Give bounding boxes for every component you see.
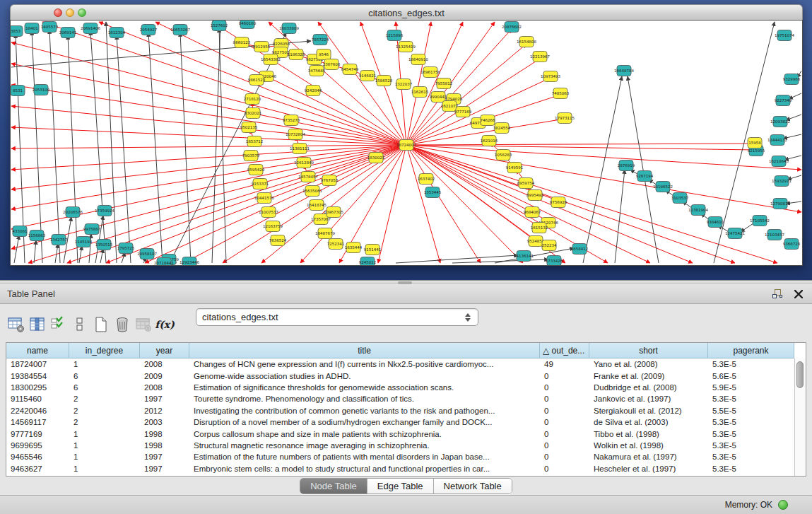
graph-node[interactable]: 10967305 <box>324 207 343 218</box>
graph-node[interactable]: 12475421 <box>725 228 745 239</box>
graph-node[interactable]: 11325419 <box>396 42 416 52</box>
graph-node[interactable]: 9227349 <box>775 95 792 106</box>
graph-node[interactable]: 12163759 <box>263 221 283 232</box>
graph-node[interactable]: 10958107 <box>137 249 157 259</box>
graph-node[interactable]: 11381904 <box>688 205 708 216</box>
graph-node[interactable]: 1350515 <box>95 240 113 250</box>
graph-node[interactable]: 1405573 <box>41 22 59 33</box>
table-row[interactable]: 946362711997Embryonic stem cells: a mode… <box>6 463 806 474</box>
memory-status-indicator-icon[interactable] <box>778 500 788 510</box>
table-row[interactable]: 1830029562008Estimation of significance … <box>6 382 806 393</box>
graph-edge[interactable] <box>79 246 82 263</box>
graph-node[interactable]: 16543382 <box>261 54 281 65</box>
graph-node[interactable]: 8454749 <box>341 64 359 75</box>
graph-node[interactable]: 12444132 <box>767 135 787 146</box>
graph-node[interactable]: 9149591 <box>506 163 524 173</box>
graph-node[interactable]: 19751074 <box>775 30 794 41</box>
graph-node[interactable]: 8995492 <box>526 190 544 201</box>
graph-node[interactable]: 11007537 <box>259 207 278 218</box>
graph-node[interactable]: 2876919 <box>618 160 635 171</box>
graph-edge[interactable] <box>406 145 755 150</box>
column-header-title[interactable]: title <box>189 343 540 358</box>
graph-node[interactable]: 15958 <box>748 138 762 148</box>
graph-node[interactable]: 12103437 <box>765 230 784 240</box>
table-row[interactable]: 1456911722003Disruption of a novel membe… <box>6 416 806 428</box>
table-row[interactable]: 1872400712008Changes of HCN gene express… <box>6 358 806 370</box>
window-titlebar[interactable]: citations_edges.txt <box>10 4 803 21</box>
graph-node[interactable]: 1586528 <box>375 76 393 86</box>
graph-node[interactable]: 2069141 <box>59 28 77 38</box>
show-columns-icon[interactable] <box>27 314 48 335</box>
graph-edge[interactable] <box>11 145 406 209</box>
close-panel-icon[interactable] <box>791 288 806 300</box>
graph-node[interactable]: 10196522 <box>653 182 673 192</box>
graph-node[interactable]: 433081 <box>13 226 28 237</box>
graph-node[interactable]: 9767053 <box>321 175 339 186</box>
graph-node[interactable]: 1342757 <box>50 235 68 245</box>
float-panel-icon[interactable] <box>770 288 785 300</box>
graph-node[interactable]: 1058283 <box>495 150 512 160</box>
graph-node[interactable]: 16648784 <box>614 66 634 76</box>
create-column-icon[interactable] <box>90 314 112 335</box>
graph-node[interactable]: 1830021 <box>367 153 385 163</box>
graph-node[interactable]: 18724007 <box>396 140 416 151</box>
graph-node[interactable]: 14136141 <box>514 251 534 262</box>
graph-node[interactable]: 1812304 <box>108 28 126 38</box>
table-row[interactable]: 911546021997Tourette syndrome. Phenomeno… <box>6 393 806 404</box>
graph-node[interactable]: 16961758 <box>420 67 440 78</box>
vertical-scrollbar[interactable] <box>794 358 806 476</box>
graph-node[interactable]: 746266 <box>481 115 495 126</box>
graph-edge[interactable] <box>406 145 523 263</box>
graph-node[interactable]: 2054927 <box>140 25 158 35</box>
column-header-in_degree[interactable]: in_degree <box>69 343 140 358</box>
graph-node[interactable]: 1145194 <box>75 237 93 247</box>
graph-node[interactable]: 1621016 <box>481 136 498 146</box>
graph-edge[interactable] <box>117 35 131 263</box>
graph-node[interactable]: 20718441 <box>154 258 174 266</box>
graph-edge[interactable] <box>11 145 406 148</box>
graph-node[interactable]: 9153371 <box>252 179 269 189</box>
graph-node[interactable]: 3475685 <box>308 66 326 76</box>
graph-node[interactable]: 9329966 <box>783 74 801 85</box>
graph-node[interactable]: 1156863 <box>28 230 46 241</box>
graph-node[interactable]: 3853 <box>11 26 23 37</box>
graph-edge[interactable] <box>11 145 406 249</box>
graph-edge[interactable] <box>406 144 753 145</box>
graph-node[interactable]: 18401 <box>25 23 39 34</box>
graph-node[interactable]: 9267194 <box>636 171 654 182</box>
graph-node[interactable]: 17973115 <box>555 113 575 124</box>
graph-edge[interactable] <box>11 106 406 145</box>
graph-node[interactable]: 16154808 <box>517 37 536 47</box>
graph-edge[interactable] <box>32 31 42 263</box>
graph-node[interactable]: 9245012 <box>359 257 377 266</box>
graph-node[interactable]: 3824554 <box>493 123 511 134</box>
graph-node[interactable]: 16033809 <box>279 23 299 34</box>
graph-node[interactable]: 9684067 <box>524 207 541 218</box>
graph-node[interactable]: 15635061 <box>302 186 322 197</box>
graph-node[interactable]: 1353445 <box>424 187 442 198</box>
graph-edge[interactable] <box>122 252 125 263</box>
graph-node[interactable]: 15932971 <box>772 176 792 187</box>
graph-node[interactable]: 7636524 <box>269 235 287 246</box>
graph-node[interactable]: 8595420 <box>247 165 265 175</box>
graph-edge[interactable] <box>212 22 220 263</box>
graph-node[interactable]: 7485063 <box>552 88 570 99</box>
graph-node[interactable]: 8531 <box>11 86 25 96</box>
graph-node[interactable]: 10441570 <box>254 193 274 204</box>
graph-edge[interactable] <box>714 22 775 263</box>
table-mode-icon[interactable] <box>6 314 27 335</box>
column-header-year[interactable]: year <box>140 343 189 358</box>
tab-network-table[interactable]: Network Table <box>434 479 512 493</box>
graph-node[interactable]: 9546 <box>317 49 331 60</box>
graph-node[interactable]: 9735278 <box>283 115 300 126</box>
graph-node[interactable]: 16210643 <box>769 156 789 167</box>
graph-node[interactable]: 7857224 <box>312 35 329 45</box>
graph-node[interactable]: 1635444 <box>345 243 363 253</box>
graph-node[interactable]: 8660123 <box>233 37 251 48</box>
zoom-window-icon[interactable] <box>78 8 86 17</box>
graph-node[interactable]: 16418745 <box>307 200 326 211</box>
graph-node[interactable]: 18487679 <box>315 228 335 239</box>
graph-node[interactable]: 9861523 <box>248 75 266 86</box>
graph-node[interactable]: 9975887 <box>83 224 101 235</box>
graph-node[interactable]: 9502135 <box>240 122 258 133</box>
